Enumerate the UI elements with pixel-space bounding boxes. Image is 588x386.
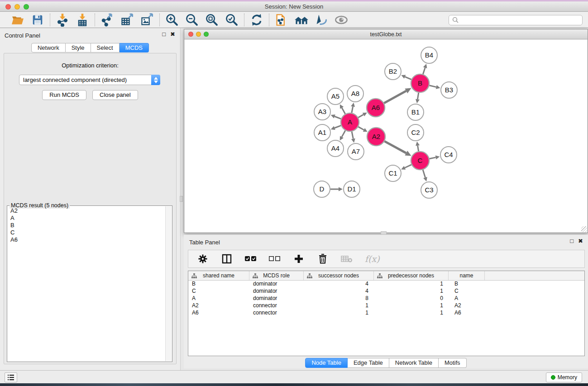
save-icon[interactable] bbox=[30, 13, 45, 27]
graphics-details-icon[interactable] bbox=[314, 13, 329, 27]
close-panel-icon[interactable]: ✖ bbox=[170, 31, 175, 38]
edge-A-A2[interactable] bbox=[358, 127, 363, 130]
zoom-in-icon[interactable] bbox=[165, 13, 179, 27]
graph-node-label: C1 bbox=[388, 169, 397, 177]
column-header-predecessor-nodes[interactable]: predecessor nodes bbox=[374, 271, 449, 280]
result-item[interactable]: A bbox=[8, 214, 165, 222]
tab-edge-table[interactable]: Edge Table bbox=[348, 358, 389, 368]
edge-arrowhead bbox=[423, 177, 427, 181]
close-table-panel-icon[interactable]: ✖ bbox=[578, 238, 583, 244]
edge-C-C4[interactable] bbox=[430, 157, 436, 159]
result-item[interactable]: A6 bbox=[8, 236, 165, 243]
result-scrollbar[interactable] bbox=[165, 206, 172, 361]
cell-MCDS-role: connector bbox=[249, 302, 304, 310]
window-resize-grip[interactable] bbox=[581, 226, 587, 232]
import-table-icon[interactable] bbox=[75, 13, 90, 27]
tab-motifs[interactable]: Motifs bbox=[439, 358, 467, 368]
column-header-shared-name[interactable]: shared name bbox=[188, 271, 249, 280]
node-table[interactable]: shared nameMCDS rolesuccessor nodesprede… bbox=[188, 271, 585, 356]
edge-C-C1[interactable] bbox=[405, 165, 411, 168]
deselect-all-icon[interactable] bbox=[269, 252, 281, 266]
memory-button[interactable]: Memory bbox=[546, 372, 582, 382]
edge-A-A8[interactable] bbox=[352, 106, 353, 113]
duplicate-network-icon[interactable] bbox=[274, 13, 289, 27]
optimization-criterion-dropdown[interactable]: largest connected component (directed) bbox=[19, 75, 160, 85]
zoom-fit-icon[interactable] bbox=[205, 13, 219, 27]
tab-node-table[interactable]: Node Table bbox=[305, 358, 348, 368]
result-item[interactable]: A2 bbox=[8, 207, 165, 214]
delete-column-icon[interactable] bbox=[317, 252, 329, 266]
edge-B-B2[interactable] bbox=[405, 77, 411, 80]
minimize-window-icon[interactable] bbox=[14, 4, 20, 10]
network-window-titlebar[interactable]: testGlobe.txt bbox=[184, 29, 588, 39]
tab-network-table[interactable]: Network Table bbox=[389, 358, 439, 368]
graph-node-label: A3 bbox=[318, 108, 326, 115]
network-canvas[interactable]: B4B2BB3A8A5A6A3B1AA1C2A2A4A7C4CC1C3DD1 bbox=[185, 40, 587, 232]
mcds-result-list[interactable]: A2ABCA6 bbox=[8, 207, 165, 361]
vertical-splitter-handle[interactable] bbox=[180, 196, 183, 202]
mcds-result-box: MCDS result (5 nodes) A2ABCA6 bbox=[7, 205, 172, 362]
table-row[interactable]: A6connector11A6 bbox=[188, 310, 584, 317]
edge-A-A1[interactable] bbox=[335, 125, 341, 128]
function-builder-icon[interactable]: f(x) bbox=[365, 254, 380, 264]
export-table-icon[interactable] bbox=[120, 13, 134, 27]
refresh-icon[interactable] bbox=[249, 13, 264, 27]
open-folder-icon[interactable] bbox=[10, 13, 25, 27]
table-row[interactable]: A2connector11A2 bbox=[188, 302, 584, 310]
float-table-panel-icon[interactable]: □ bbox=[570, 238, 574, 244]
edge-A-A7[interactable] bbox=[352, 132, 353, 139]
zoom-out-icon[interactable] bbox=[185, 13, 199, 27]
column-header-name[interactable]: name bbox=[449, 271, 485, 280]
add-column-icon[interactable] bbox=[293, 252, 305, 266]
delete-table-icon[interactable] bbox=[341, 252, 353, 266]
table-row[interactable]: Adominator80A bbox=[188, 295, 584, 302]
column-header-successor-nodes[interactable]: successor nodes bbox=[304, 271, 374, 280]
network-maximize-icon[interactable] bbox=[204, 32, 209, 37]
network-window: testGlobe.txt B4B2BB3A8A5A6A3B1AA1C2A2A4… bbox=[184, 29, 588, 233]
maximize-window-icon[interactable] bbox=[24, 4, 29, 10]
edge-B-B1[interactable] bbox=[417, 93, 418, 100]
settings-gear-icon[interactable] bbox=[197, 252, 209, 266]
edge-arrowhead bbox=[351, 103, 355, 107]
network-close-icon[interactable] bbox=[188, 32, 193, 37]
column-header-MCDS-role[interactable]: MCDS role bbox=[249, 271, 304, 280]
zoom-selected-icon[interactable] bbox=[225, 13, 239, 27]
edge-A-A6[interactable] bbox=[358, 114, 363, 118]
result-item[interactable]: B bbox=[8, 222, 165, 229]
export-network-icon[interactable] bbox=[100, 13, 115, 27]
birds-eye-icon[interactable] bbox=[334, 13, 349, 27]
edge-B-B4[interactable] bbox=[423, 68, 425, 74]
table-toolbar: f(x) bbox=[188, 250, 585, 268]
edge-B-B3[interactable] bbox=[429, 86, 436, 87]
graph-node-label: C3 bbox=[425, 186, 433, 194]
result-item[interactable]: C bbox=[8, 229, 165, 236]
edge-A-A3[interactable] bbox=[335, 116, 341, 119]
select-all-icon[interactable] bbox=[245, 252, 257, 266]
search-box[interactable] bbox=[449, 15, 583, 25]
show-column-icon[interactable] bbox=[221, 252, 233, 266]
edge-A6-B[interactable] bbox=[384, 91, 406, 103]
edge-A2-C[interactable] bbox=[384, 141, 406, 153]
table-row[interactable]: Bdominator41B bbox=[188, 281, 584, 288]
close-window-icon[interactable] bbox=[5, 4, 11, 10]
tab-mcds[interactable]: MCDS bbox=[120, 43, 149, 52]
run-mcds-button[interactable]: Run MCDS bbox=[42, 90, 86, 100]
search-input[interactable] bbox=[461, 17, 579, 23]
edge-C-C3[interactable] bbox=[423, 170, 425, 177]
control-panel: Control Panel □ ✖ NetworkStyleSelectMCDS… bbox=[0, 28, 181, 370]
edge-C-C2[interactable] bbox=[418, 146, 419, 152]
home-icon[interactable] bbox=[294, 13, 309, 27]
edge-A-A5[interactable] bbox=[342, 108, 345, 114]
tab-select[interactable]: Select bbox=[91, 43, 120, 52]
float-panel-icon[interactable]: □ bbox=[162, 31, 166, 38]
tab-network[interactable]: Network bbox=[31, 43, 66, 52]
export-image-icon[interactable] bbox=[140, 13, 154, 27]
edge-A-A4[interactable] bbox=[342, 130, 345, 137]
tab-style[interactable]: Style bbox=[66, 43, 91, 52]
panel-list-button[interactable] bbox=[5, 372, 17, 382]
network-minimize-icon[interactable] bbox=[196, 32, 201, 37]
table-row[interactable]: Cdominator41C bbox=[188, 288, 584, 295]
horizontal-splitter-handle[interactable] bbox=[381, 231, 387, 235]
import-network-icon[interactable] bbox=[55, 13, 70, 27]
close-panel-button[interactable]: Close panel bbox=[92, 90, 138, 100]
